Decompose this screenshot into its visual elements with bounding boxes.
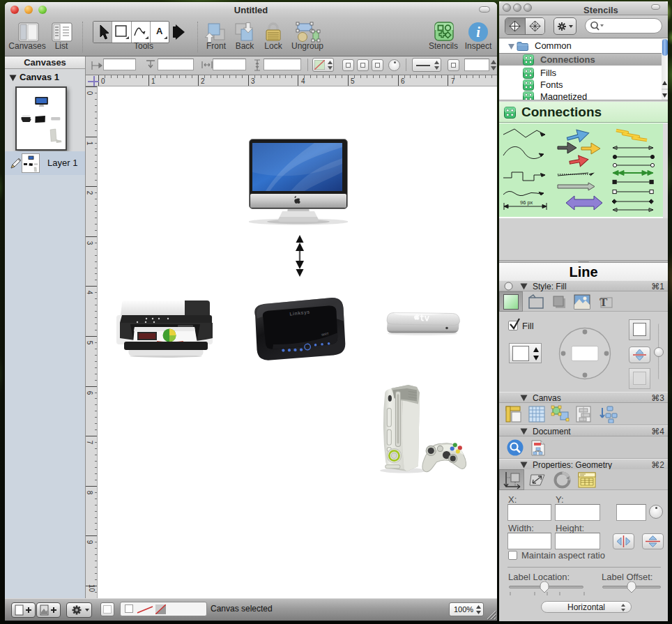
svg-text:i: i [476,24,480,40]
svg-text:96 px: 96 px [520,199,533,206]
svg-text:T: T [600,296,608,309]
svg-text:A: A [156,26,163,36]
